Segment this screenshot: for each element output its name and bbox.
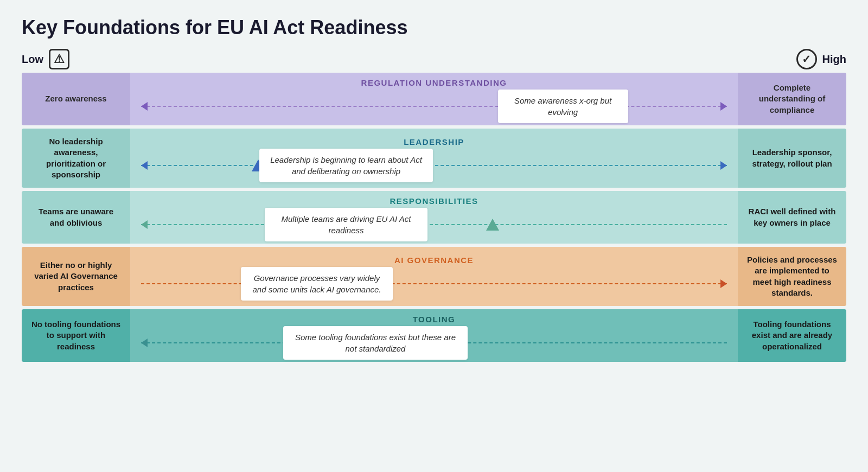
row-responsibilities: Teams are unaware and obliviousRESPONSIB… xyxy=(22,191,846,244)
category-label-responsibilities: RESPONSIBILITIES xyxy=(390,196,478,206)
dashed-line-responsibilities xyxy=(141,224,727,225)
arrow-container-regulation: Some awareness x-org but evolving xyxy=(141,93,727,120)
row-right-regulation: Complete understanding of compliance xyxy=(738,73,846,125)
row-middle-tooling: TOOLINGSome tooling foundations exist bu… xyxy=(130,309,738,362)
triangle-marker-responsibilities xyxy=(486,219,499,231)
arrow-container-tooling: Some tooling foundations exist but these… xyxy=(141,329,727,356)
row-middle-governance: AI GOVERNANCEGovernance processes vary w… xyxy=(130,247,738,306)
arrow-right-governance xyxy=(720,279,727,288)
arrow-left-tooling xyxy=(141,339,148,347)
row-leadership: No leadership awareness, prioritization … xyxy=(22,129,846,188)
dashed-line-governance xyxy=(141,283,727,284)
arrow-container-responsibilities: Multiple teams are driving EU AI Act rea… xyxy=(141,211,727,238)
row-right-governance: Policies and processes are implemented t… xyxy=(738,247,846,306)
row-right-tooling: Tooling foundations exist and are alread… xyxy=(738,309,846,362)
callout-box-responsibilities: Multiple teams are driving EU AI Act rea… xyxy=(265,208,427,241)
arrow-left-responsibilities xyxy=(141,220,148,229)
row-middle-leadership: LEADERSHIPLeadership is beginning to lea… xyxy=(130,129,738,188)
page-container: Key Foundations for EU AI Act Readiness … xyxy=(0,0,868,376)
arrow-container-governance: Governance processes vary widely and som… xyxy=(141,270,727,297)
arrow-right-regulation xyxy=(720,102,727,111)
high-text: High xyxy=(822,53,846,66)
row-middle-regulation: REGULATION UNDERSTANDINGSome awareness x… xyxy=(130,73,738,125)
dashed-line-regulation xyxy=(141,106,727,107)
category-label-regulation: REGULATION UNDERSTANDING xyxy=(361,78,507,87)
arrow-left-leadership xyxy=(141,161,148,170)
row-regulation: Zero awarenessREGULATION UNDERSTANDINGSo… xyxy=(22,73,846,125)
row-right-responsibilities: RACI well defined with key owners in pla… xyxy=(738,191,846,244)
row-left-tooling: No tooling foundations to support with r… xyxy=(22,309,130,362)
dashed-line-leadership xyxy=(141,165,727,166)
row-right-leadership: Leadership sponsor, strategy, rollout pl… xyxy=(738,129,846,188)
page-title: Key Foundations for EU AI Act Readiness xyxy=(22,16,846,39)
category-label-governance: AI GOVERNANCE xyxy=(394,256,474,265)
low-label: Low ⚠ xyxy=(22,49,69,69)
rows-container: Zero awarenessREGULATION UNDERSTANDINGSo… xyxy=(22,73,846,362)
callout-box-governance: Governance processes vary widely and som… xyxy=(241,267,393,301)
callout-box-regulation: Some awareness x-org but evolving xyxy=(498,90,628,123)
row-tooling: No tooling foundations to support with r… xyxy=(22,309,846,362)
warning-icon: ⚠ xyxy=(49,49,69,69)
low-high-bar: Low ⚠ ✓ High xyxy=(22,49,846,73)
callout-box-tooling: Some tooling foundations exist but these… xyxy=(283,326,468,360)
arrow-container-leadership: Leadership is beginning to learn about A… xyxy=(141,152,727,179)
high-label: ✓ High xyxy=(796,49,846,69)
low-text: Low xyxy=(22,53,43,66)
category-label-tooling: TOOLING xyxy=(413,315,456,324)
category-label-leadership: LEADERSHIP xyxy=(404,137,464,146)
row-left-regulation: Zero awareness xyxy=(22,73,130,125)
check-icon: ✓ xyxy=(796,49,817,69)
row-left-leadership: No leadership awareness, prioritization … xyxy=(22,129,130,188)
row-middle-responsibilities: RESPONSIBILITIESMultiple teams are drivi… xyxy=(130,191,738,244)
row-governance: Either no or highly varied AI Governance… xyxy=(22,247,846,306)
row-left-governance: Either no or highly varied AI Governance… xyxy=(22,247,130,306)
arrow-right-leadership xyxy=(720,161,727,170)
arrow-left-regulation xyxy=(141,102,148,111)
callout-box-leadership: Leadership is beginning to learn about A… xyxy=(259,149,433,182)
row-left-responsibilities: Teams are unaware and oblivious xyxy=(22,191,130,244)
